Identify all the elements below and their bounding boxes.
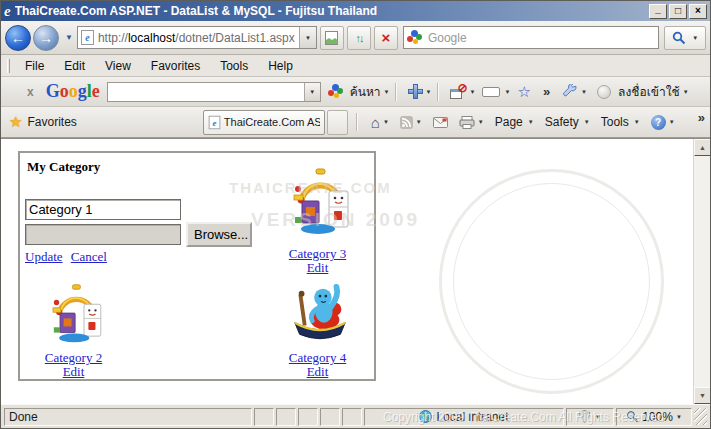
toolbar-close-button[interactable]: x xyxy=(23,85,38,99)
category-link[interactable]: Category 3 xyxy=(289,246,346,261)
google-icon xyxy=(328,84,343,99)
menu-help[interactable]: Help xyxy=(258,56,303,76)
edit-link[interactable]: Edit xyxy=(307,260,329,275)
chevron-down-icon: ▼ xyxy=(478,119,484,125)
tools-menu-button[interactable]: Tools▼ xyxy=(596,110,645,134)
avatar-icon xyxy=(597,85,611,99)
chevron-down-icon: ▼ xyxy=(676,414,682,420)
resize-grip[interactable] xyxy=(694,408,707,425)
tab-thaicreate[interactable]: e ThaiCreate.Com ASP.NET - DataList & ..… xyxy=(203,110,325,135)
list-item-category-4: Category 4 Edit xyxy=(260,283,380,379)
page-icon: e xyxy=(81,30,94,45)
refresh-button[interactable]: ↑↓ xyxy=(347,26,371,50)
datalist-panel: My Category Browse... Update Cancel xyxy=(18,151,376,381)
sign-in-label: ลงชื่อเข้าใช้ xyxy=(618,82,680,101)
zoom-icon xyxy=(626,410,639,423)
scroll-down-button[interactable]: ▼ xyxy=(694,387,710,404)
file-upload-input[interactable] xyxy=(25,224,181,245)
google-search-input[interactable] xyxy=(108,84,304,100)
close-icon: × xyxy=(695,5,701,16)
menu-edit[interactable]: Edit xyxy=(54,56,95,76)
arrow-up-icon: ▲ xyxy=(699,144,706,151)
google-search-dropdown[interactable]: ▼ xyxy=(304,83,320,101)
category-name-input[interactable] xyxy=(25,199,181,220)
google-search-button[interactable]: ค้นหา ▼ xyxy=(328,82,390,101)
google-logo: Google xyxy=(46,81,100,102)
search-dropdown[interactable]: ▼ xyxy=(692,35,698,41)
maximize-icon: □ xyxy=(675,5,681,16)
menu-file[interactable]: File xyxy=(15,56,54,76)
forward-button[interactable]: → xyxy=(33,25,59,51)
toolbar-settings-button[interactable]: ▼ xyxy=(562,84,587,100)
search-button[interactable]: ▼ xyxy=(664,26,706,50)
menu-view[interactable]: View xyxy=(95,56,141,76)
new-tab-stub[interactable] xyxy=(327,110,348,135)
tools-menu-label: Tools xyxy=(601,115,629,129)
category-link[interactable]: Category 4 xyxy=(289,350,346,365)
print-button[interactable]: ▼ xyxy=(454,110,489,134)
security-zone-pane[interactable]: Local intranet xyxy=(364,408,564,426)
url-scheme: http:// xyxy=(98,31,128,45)
back-button[interactable]: ← xyxy=(5,25,31,51)
vertical-scrollbar[interactable]: ▲ ▼ xyxy=(693,139,710,404)
chevron-down-icon: ▼ xyxy=(669,119,675,125)
bookmark-button[interactable]: ☆ xyxy=(517,84,530,99)
chevron-down-icon[interactable]: ▼ xyxy=(384,89,390,95)
edit-actions: Update Cancel xyxy=(25,249,112,265)
favorites-button[interactable]: Favorites xyxy=(27,115,76,129)
logo-letter: e xyxy=(92,81,100,101)
popup-blocker-icon: ⊘ xyxy=(450,85,466,99)
smartscreen-pane[interactable]: ▼ xyxy=(566,408,614,426)
nav-search-input[interactable] xyxy=(426,30,655,46)
category-link[interactable]: Category 2 xyxy=(45,350,102,365)
read-mail-button[interactable] xyxy=(428,110,453,134)
page-menu-button[interactable]: Page▼ xyxy=(490,110,539,134)
url-path: /dotnet/DataList1.aspx xyxy=(175,31,294,45)
toolbar-grip[interactable] xyxy=(7,59,10,73)
stop-button[interactable]: × xyxy=(374,26,398,50)
compatibility-view-button[interactable] xyxy=(320,26,344,50)
chevron-down-icon: ▼ xyxy=(634,119,640,125)
list-item-category-2: Category 2 Edit xyxy=(26,283,126,379)
history-dropdown[interactable]: ▼ xyxy=(65,35,73,41)
minimize-button[interactable]: _ xyxy=(649,4,667,19)
popup-blocker-button[interactable]: ⊘ ▼ xyxy=(450,85,476,99)
address-bar[interactable]: e http://localhost/dotnet/DataList1.aspx… xyxy=(77,26,317,49)
chevron-down-icon: ▼ xyxy=(595,414,601,420)
ie-logo-icon: e xyxy=(4,4,11,19)
add-gadget-button[interactable]: ▼ xyxy=(408,84,432,99)
status-text-pane: Done xyxy=(4,408,252,426)
browser-window: e ThaiCreate.Com ASP.NET - DataList & My… xyxy=(0,0,711,429)
maximize-button[interactable]: □ xyxy=(669,4,687,19)
search-icon xyxy=(672,31,686,45)
forward-icon: → xyxy=(39,30,53,46)
update-link[interactable]: Update xyxy=(25,249,63,264)
watermark-ring xyxy=(439,169,664,394)
browse-button[interactable]: Browse... xyxy=(186,222,252,247)
star-icon: ☆ xyxy=(517,84,530,99)
cancel-link[interactable]: Cancel xyxy=(71,249,107,264)
zoom-pane[interactable]: 100% ▼ xyxy=(616,408,692,426)
help-button[interactable]: ?▼ xyxy=(646,110,680,134)
toolbar-overflow-chevron[interactable]: » xyxy=(543,84,550,99)
command-bar-overflow-chevron[interactable]: » xyxy=(698,110,705,125)
feeds-button[interactable]: ▼ xyxy=(395,110,427,134)
zoom-value: 100% xyxy=(642,410,673,424)
logo-letter: o xyxy=(69,81,78,101)
scroll-up-button[interactable]: ▲ xyxy=(694,139,710,156)
safety-menu-button[interactable]: Safety▼ xyxy=(540,110,595,134)
autofill-button[interactable]: ▼ xyxy=(482,87,510,97)
list-item-category-3: Category 3 Edit xyxy=(260,167,380,275)
refresh-icon: ↑↓ xyxy=(355,32,362,44)
menu-tools[interactable]: Tools xyxy=(210,56,258,76)
address-dropdown-button[interactable]: ▼ xyxy=(299,27,316,48)
edit-link[interactable]: Edit xyxy=(63,364,85,379)
menu-favorites[interactable]: Favorites xyxy=(141,56,210,76)
home-icon: ⌂ xyxy=(371,114,380,131)
sign-in-button[interactable]: ลงชื่อเข้าใช้ ▼ xyxy=(597,82,689,101)
edit-link[interactable]: Edit xyxy=(307,364,329,379)
home-button[interactable]: ⌂▼ xyxy=(366,110,394,134)
chevron-down-icon: ▼ xyxy=(416,119,422,125)
close-button[interactable]: × xyxy=(689,4,707,19)
status-pane xyxy=(254,408,274,426)
